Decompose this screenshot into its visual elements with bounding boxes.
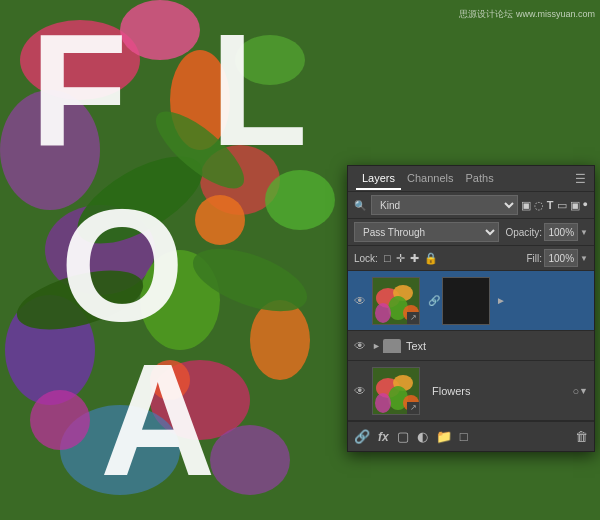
panel-header: Layers Channels Paths ☰ xyxy=(348,166,594,192)
fx-icon[interactable]: fx xyxy=(378,430,389,444)
lock-label: Lock: xyxy=(354,253,378,264)
type-filter-icon[interactable]: T xyxy=(547,199,554,212)
svg-point-14 xyxy=(265,170,335,230)
adjustment-filter-icon[interactable]: ◌ xyxy=(534,199,544,212)
link-icon[interactable]: 🔗 xyxy=(354,429,370,444)
layer-3-name: Flowers xyxy=(432,385,572,397)
table-row[interactable]: 👁 ↗ 🔗 ► xyxy=(348,271,594,331)
layer-1-thumbnail: ↗ xyxy=(372,277,420,325)
mask-icon[interactable]: ▢ xyxy=(397,429,409,444)
layer-link-icon[interactable]: 🔗 xyxy=(428,295,440,306)
letter-A: A xyxy=(100,340,216,500)
blend-opacity-row: Pass Through Normal Multiply Screen Opac… xyxy=(348,219,594,246)
tab-paths[interactable]: Paths xyxy=(460,168,500,190)
layer-visibility-icon[interactable]: 👁 xyxy=(354,339,368,353)
circle-icon[interactable]: ● xyxy=(583,199,588,212)
layer-group-expand-icon[interactable]: ► xyxy=(372,341,381,351)
adjustment-icon[interactable]: ◐ xyxy=(417,429,428,444)
delete-icon[interactable]: 🗑 xyxy=(575,429,588,444)
svg-point-12 xyxy=(210,425,290,495)
fill-group: Fill: ▼ xyxy=(527,249,588,267)
new-layer-icon[interactable]: □ xyxy=(460,429,468,444)
letter-F: F xyxy=(30,10,128,170)
opacity-label: Opacity: xyxy=(505,227,542,238)
pixel-filter-icon[interactable]: ▣ xyxy=(521,199,531,212)
panel-menu-icon[interactable]: ☰ xyxy=(575,172,586,186)
layer-1-mask xyxy=(442,277,490,325)
panel-toolbar: 🔗 fx ▢ ◐ 📁 □ 🗑 xyxy=(348,421,594,451)
svg-point-21 xyxy=(30,390,90,450)
svg-point-13 xyxy=(250,300,310,380)
opacity-input[interactable] xyxy=(544,223,578,241)
lock-all-icon[interactable]: 🔒 xyxy=(424,252,438,265)
layer-3-chevron[interactable]: ▼ xyxy=(579,386,588,396)
lock-move-icon[interactable]: ✛ xyxy=(396,252,405,265)
layer-visibility-icon[interactable]: 👁 xyxy=(354,384,368,398)
fill-label: Fill: xyxy=(527,253,543,264)
opacity-group: Opacity: ▼ xyxy=(505,223,588,241)
lock-artboards-icon[interactable]: ✚ xyxy=(410,252,419,265)
lock-pixels-icon[interactable]: □ xyxy=(384,252,391,265)
kind-icons: ▣ ◌ T ▭ ▣ ● xyxy=(521,199,588,212)
shape-filter-icon[interactable]: ▭ xyxy=(557,199,567,212)
letter-L: L xyxy=(210,10,308,170)
layer-folder-icon xyxy=(383,339,401,353)
opacity-chevron[interactable]: ▼ xyxy=(580,228,588,237)
layers-panel: Layers Channels Paths ☰ 🔍 Kind ▣ ◌ T ▭ ▣… xyxy=(347,165,595,452)
kind-row: 🔍 Kind ▣ ◌ T ▭ ▣ ● xyxy=(348,192,594,219)
lock-row: Lock: □ ✛ ✚ 🔒 Fill: ▼ xyxy=(348,246,594,271)
layer-3-smart-icon[interactable]: ○ xyxy=(572,385,579,397)
lock-icons: □ ✛ ✚ 🔒 xyxy=(384,252,438,265)
new-group-icon[interactable]: 📁 xyxy=(436,429,452,444)
svg-point-26 xyxy=(375,303,391,323)
tab-channels[interactable]: Channels xyxy=(401,168,459,190)
letter-O: O xyxy=(60,185,184,345)
smart-filter-icon[interactable]: ▣ xyxy=(570,199,580,212)
svg-point-19 xyxy=(195,195,245,245)
layer-2-name: Text xyxy=(406,340,588,352)
fill-input[interactable] xyxy=(544,249,578,267)
search-icon: 🔍 xyxy=(354,200,366,211)
layer-visibility-icon[interactable]: 👁 xyxy=(354,294,368,308)
svg-point-32 xyxy=(375,393,391,413)
fill-chevron[interactable]: ▼ xyxy=(580,254,588,263)
tab-layers[interactable]: Layers xyxy=(356,168,401,190)
layer-expand-icon[interactable]: ► xyxy=(496,295,506,306)
layers-container: 👁 ↗ 🔗 ► 👁 ► xyxy=(348,271,594,421)
watermark: 思源设计论坛 www.missyuan.com xyxy=(459,8,595,21)
kind-select[interactable]: Kind xyxy=(371,195,518,215)
blend-mode-select[interactable]: Pass Through Normal Multiply Screen xyxy=(354,222,499,242)
layer-3-thumbnail: ↗ xyxy=(372,367,420,415)
svg-point-2 xyxy=(120,0,200,60)
table-row[interactable]: 👁 ► Text xyxy=(348,331,594,361)
table-row[interactable]: 👁 ↗ Flowers ○ ▼ xyxy=(348,361,594,421)
